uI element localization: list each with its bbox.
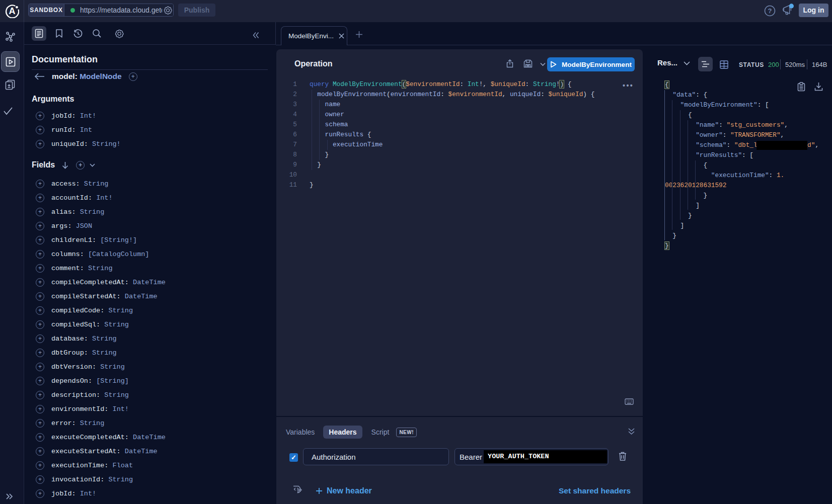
svg-text:?: ? (768, 7, 772, 15)
svg-text:A: A (9, 6, 16, 16)
